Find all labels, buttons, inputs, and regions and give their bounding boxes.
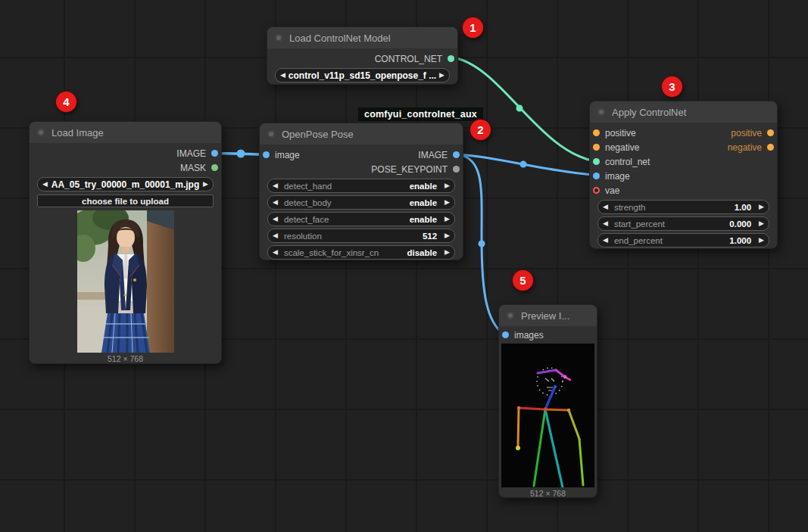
conditioning-slot-dot-icon[interactable] — [767, 129, 774, 136]
output-slot-positive[interactable]: positive — [731, 128, 774, 138]
collapse-dot-icon[interactable] — [597, 108, 605, 116]
combo-left-arrow-icon[interactable]: ◀ — [273, 199, 278, 206]
combo-left-arrow-icon[interactable]: ◀ — [603, 220, 608, 227]
node-openpose-pose[interactable]: OpenPose Pose image IMAGE POSE_KEYPOINT — [259, 123, 463, 260]
node-title: Load ControlNet Model — [289, 33, 391, 44]
combo-value[interactable]: enable — [410, 182, 437, 191]
collapse-dot-icon[interactable] — [507, 312, 514, 319]
image-size-caption: 512 × 768 — [499, 489, 597, 498]
combo-right-arrow-icon[interactable]: ▶ — [445, 182, 450, 189]
wire-junction-dot[interactable] — [479, 241, 485, 247]
image-slot-dot-icon[interactable] — [263, 151, 270, 158]
node-graph-canvas[interactable]: Load ControlNet Model CONTROL_NET ◀ cont… — [0, 0, 808, 532]
detect-face-combo[interactable]: ◀ detect_face enable ▶ — [267, 212, 455, 226]
input-slot-images[interactable]: images — [502, 330, 544, 341]
detect-hand-combo[interactable]: ◀ detect_hand enable ▶ — [267, 179, 455, 193]
combo-right-arrow-icon[interactable]: ▶ — [445, 232, 450, 239]
output-slot-negative[interactable]: negative — [728, 142, 774, 153]
image-slot-dot-icon[interactable] — [593, 173, 600, 179]
combo-right-arrow-icon[interactable]: ▶ — [759, 237, 764, 244]
node-title-bar[interactable]: Load Image — [30, 122, 221, 143]
scale-stick-combo[interactable]: ◀ scale_stick_for_xinsr_cn disable ▶ — [267, 245, 455, 260]
control-net-slot-dot-icon[interactable] — [593, 158, 600, 165]
combo-value[interactable]: control_v11p_sd15_openpose_f ... — [285, 70, 439, 81]
slot-label: CONTROL_NET — [375, 54, 442, 64]
combo-value[interactable]: enable — [410, 215, 437, 224]
combo-left-arrow-icon[interactable]: ◀ — [603, 204, 608, 210]
combo-left-arrow-icon[interactable]: ◀ — [603, 237, 608, 244]
resolution-stepper[interactable]: ◀ resolution 512 ▶ — [267, 229, 455, 243]
collapse-dot-icon[interactable] — [37, 129, 45, 136]
vae-slot-dot-icon[interactable] — [593, 187, 600, 194]
input-slot-negative[interactable]: negative — [593, 142, 639, 153]
image-slot-dot-icon[interactable] — [502, 331, 509, 338]
wire-junction-dot[interactable] — [516, 105, 523, 112]
choose-file-button[interactable]: choose file to upload — [37, 194, 214, 207]
combo-value[interactable]: disable — [407, 248, 437, 257]
strength-stepper[interactable]: ◀ strength 1.00 ▶ — [597, 200, 769, 214]
output-slot-image[interactable]: IMAGE — [176, 148, 218, 159]
combo-left-arrow-icon[interactable]: ◀ — [273, 216, 278, 222]
node-load-image[interactable]: Load Image IMAGE MASK ◀ AA_05_try_00000_… — [29, 121, 222, 364]
control-net-slot-dot-icon[interactable] — [448, 55, 454, 62]
combo-right-arrow-icon[interactable]: ▶ — [445, 249, 450, 256]
slot-label: MASK — [180, 163, 206, 173]
start-percent-stepper[interactable]: ◀ start_percent 0.000 ▶ — [597, 216, 769, 231]
combo-label: resolution — [284, 232, 423, 241]
output-slot-control-net[interactable]: CONTROL_NET — [375, 54, 454, 64]
node-title-bar[interactable]: Preview I... — [499, 305, 597, 326]
combo-value[interactable]: 0.000 — [729, 219, 751, 229]
collapse-dot-icon[interactable] — [275, 34, 282, 42]
combo-label: strength — [614, 203, 735, 212]
node-apply-controlnet[interactable]: Apply ControlNet positive positive negat… — [589, 101, 778, 249]
detect-body-combo[interactable]: ◀ detect_body enable ▶ — [267, 195, 455, 210]
combo-value[interactable]: 1.000 — [729, 236, 751, 245]
controlnet-name-combo[interactable]: ◀ control_v11p_sd15_openpose_f ... ▶ — [275, 68, 450, 82]
node-title-bar[interactable]: Apply ControlNet — [590, 101, 777, 123]
output-slot-image[interactable]: IMAGE — [418, 150, 460, 160]
combo-left-arrow-icon[interactable]: ◀ — [273, 249, 278, 256]
node-title-bar[interactable]: OpenPose Pose — [260, 123, 463, 145]
image-slot-dot-icon[interactable] — [211, 150, 218, 157]
output-slot-mask[interactable]: MASK — [180, 163, 218, 173]
conditioning-slot-dot-icon[interactable] — [593, 144, 600, 151]
combo-left-arrow-icon[interactable]: ◀ — [280, 72, 285, 79]
combo-left-arrow-icon[interactable]: ◀ — [273, 232, 278, 239]
combo-left-arrow-icon[interactable]: ◀ — [42, 181, 48, 188]
conditioning-slot-dot-icon[interactable] — [593, 129, 600, 136]
combo-value[interactable]: 512 — [423, 232, 437, 241]
input-slot-image[interactable]: image — [263, 150, 300, 160]
combo-value[interactable]: AA_05_try_00000_m_00001_m.jpg — [48, 179, 203, 190]
mask-slot-dot-icon[interactable] — [211, 164, 218, 171]
input-slot-positive[interactable]: positive — [593, 128, 636, 138]
combo-value[interactable]: 1.00 — [735, 203, 751, 212]
combo-right-arrow-icon[interactable]: ▶ — [203, 181, 208, 188]
node-load-controlnet-model[interactable]: Load ControlNet Model CONTROL_NET ◀ cont… — [267, 26, 458, 85]
conditioning-slot-dot-icon[interactable] — [767, 144, 774, 151]
input-slot-vae[interactable]: vae — [593, 185, 619, 196]
combo-value[interactable]: enable — [410, 198, 437, 207]
slot-label: IMAGE — [176, 148, 206, 159]
end-percent-stepper[interactable]: ◀ end_percent 1.000 ▶ — [597, 233, 769, 247]
combo-label: detect_body — [284, 198, 410, 207]
input-slot-image[interactable]: image — [593, 171, 630, 182]
node-preview-image[interactable]: Preview I... images — [498, 304, 597, 498]
combo-right-arrow-icon[interactable]: ▶ — [439, 72, 445, 79]
combo-label: end_percent — [614, 236, 729, 245]
image-file-combo[interactable]: ◀ AA_05_try_00000_m_00001_m.jpg ▶ — [37, 177, 214, 191]
node-category-tag: comfyui_controlnet_aux — [358, 107, 483, 121]
combo-label: start_percent — [614, 219, 729, 229]
node-title-bar[interactable]: Load ControlNet Model — [267, 27, 457, 48]
combo-left-arrow-icon[interactable]: ◀ — [273, 182, 278, 189]
combo-right-arrow-icon[interactable]: ▶ — [759, 220, 764, 227]
collapse-dot-icon[interactable] — [267, 130, 275, 138]
combo-right-arrow-icon[interactable]: ▶ — [759, 204, 764, 210]
wire-junction-dot[interactable] — [237, 150, 245, 158]
combo-right-arrow-icon[interactable]: ▶ — [445, 199, 450, 206]
combo-right-arrow-icon[interactable]: ▶ — [445, 216, 450, 222]
output-slot-pose-keypoint[interactable]: POSE_KEYPOINT — [371, 164, 460, 175]
pose-keypoint-slot-dot-icon[interactable] — [453, 166, 460, 173]
input-slot-control-net[interactable]: control_net — [593, 157, 650, 167]
image-slot-dot-icon[interactable] — [453, 151, 460, 158]
wire-junction-dot[interactable] — [520, 161, 527, 168]
